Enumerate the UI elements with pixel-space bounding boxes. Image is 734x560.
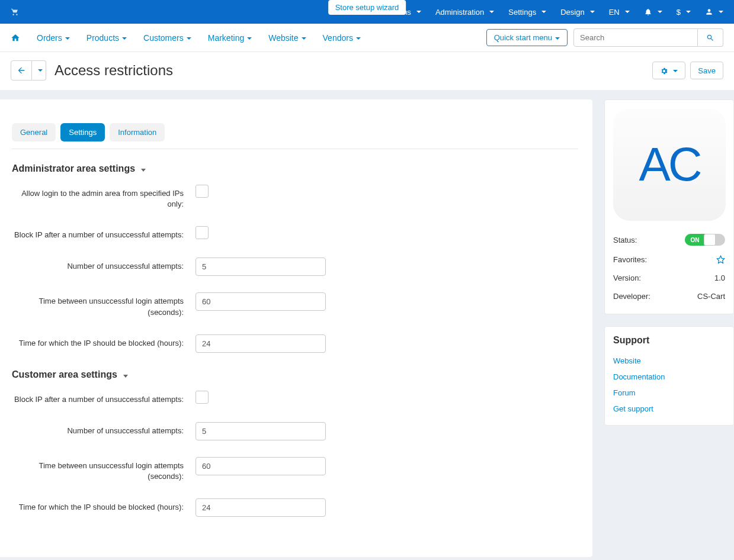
field-admin-attempts: Number of unsuccessful attempts: [12, 258, 578, 276]
currency-switch[interactable]: $ [677, 8, 691, 17]
field-admin-block-hours: Time for which the IP should be blocked … [12, 334, 578, 353]
nav-left: Orders Products Customers Marketing Webs… [11, 33, 361, 43]
field-admin-block-ip: Block IP after a number of unsuccessful … [12, 226, 578, 241]
support-card: Support Website Documentation Forum Get … [604, 326, 734, 426]
tab-general[interactable]: General [12, 123, 56, 141]
main-panel: General Settings Information Administrat… [0, 99, 592, 557]
support-link-website[interactable]: Website [613, 353, 725, 369]
nav-vendors[interactable]: Vendors [323, 33, 361, 43]
label-admin-attempts: Number of unsuccessful attempts: [12, 258, 195, 276]
notifications-icon[interactable] [644, 8, 662, 16]
field-cust-attempts: Number of unsuccessful attempts: [12, 422, 578, 440]
field-cust-time-between: Time between unsuccessful login attempts… [12, 457, 578, 482]
home-icon[interactable] [11, 33, 20, 43]
topbar: Store setup wizard Add-ons Administratio… [0, 0, 734, 24]
search-input[interactable] [573, 28, 698, 47]
label-cust-block-hours: Time for which the IP should be blocked … [12, 498, 195, 517]
support-link-docs[interactable]: Documentation [613, 369, 725, 385]
menu-administration[interactable]: Administration [435, 8, 494, 17]
star-icon[interactable] [716, 255, 725, 264]
nav-products[interactable]: Products [86, 33, 127, 43]
checkbox-cust-block-ip[interactable] [195, 391, 209, 404]
checkbox-allow-login[interactable] [195, 185, 209, 198]
version-row: Version: 1.0 [613, 269, 725, 287]
body: General Settings Information Administrat… [0, 90, 734, 560]
navbar: Orders Products Customers Marketing Webs… [0, 24, 734, 52]
back-button[interactable] [11, 60, 32, 81]
admin-section-header[interactable]: Administrator area settings [12, 163, 578, 174]
input-admin-block-hours[interactable] [195, 334, 326, 353]
label-admin-block-hours: Time for which the IP should be blocked … [12, 334, 195, 353]
label-admin-time-between: Time between unsuccessful login attempts… [12, 292, 195, 317]
favorites-label: Favorites: [613, 255, 647, 264]
tab-information[interactable]: Information [110, 123, 165, 141]
back-group [11, 60, 46, 81]
field-cust-block-hours: Time for which the IP should be blocked … [12, 498, 578, 517]
search-wrap [573, 28, 723, 47]
support-link-forum[interactable]: Forum [613, 385, 725, 401]
field-allow-login: Allow login to the admin area from speci… [12, 185, 578, 210]
status-label: Status: [613, 236, 637, 244]
quick-start-button[interactable]: Quick start menu [486, 29, 568, 46]
field-admin-time-between: Time between unsuccessful login attempts… [12, 292, 578, 317]
toggle-on-label: ON [685, 234, 705, 246]
cart-icon[interactable] [11, 8, 20, 16]
developer-value: CS-Cart [697, 292, 725, 301]
developer-label: Developer: [613, 292, 650, 301]
input-cust-time-between[interactable] [195, 457, 326, 475]
favorites-row: Favorites: [613, 250, 725, 269]
version-label: Version: [613, 273, 641, 282]
support-title: Support [613, 335, 725, 346]
sidebar: AC Status: ON Favorites: Version: 1.0 De… [604, 99, 734, 426]
lang-switch[interactable]: EN [609, 8, 630, 17]
status-toggle[interactable]: ON [685, 234, 725, 246]
support-link-get-support[interactable]: Get support [613, 401, 725, 417]
nav-right: Quick start menu [486, 28, 723, 47]
field-cust-block-ip: Block IP after a number of unsuccessful … [12, 391, 578, 405]
menu-design[interactable]: Design [560, 8, 594, 17]
page-title: Access restrictions [55, 62, 173, 79]
user-icon[interactable] [705, 8, 723, 16]
addon-card: AC Status: ON Favorites: Version: 1.0 De… [604, 99, 734, 314]
admin-section-title: Administrator area settings [12, 163, 135, 174]
toggle-knob [704, 234, 716, 246]
divider [12, 149, 578, 149]
nav-customers[interactable]: Customers [143, 33, 191, 43]
tab-settings[interactable]: Settings [60, 123, 105, 141]
developer-row: Developer: CS-Cart [613, 287, 725, 305]
label-cust-time-between: Time between unsuccessful login attempts… [12, 457, 195, 482]
topbar-right: Add-ons Administration Settings Design E… [382, 8, 723, 17]
nav-orders[interactable]: Orders [37, 33, 70, 43]
cust-section-header[interactable]: Customer area settings [12, 369, 578, 380]
version-value: 1.0 [714, 273, 725, 282]
status-row: Status: ON [613, 229, 725, 250]
title-actions: Save [652, 62, 723, 79]
cust-section-title: Customer area settings [12, 369, 117, 380]
menu-settings[interactable]: Settings [508, 8, 546, 17]
checkbox-admin-block-ip[interactable] [195, 226, 209, 239]
store-setup-wizard-button[interactable]: Store setup wizard [328, 0, 406, 15]
chevron-down-icon [123, 369, 128, 380]
nav-marketing[interactable]: Marketing [208, 33, 252, 43]
label-cust-attempts: Number of unsuccessful attempts: [12, 422, 195, 440]
label-admin-block-ip: Block IP after a number of unsuccessful … [12, 226, 195, 241]
search-button[interactable] [698, 28, 723, 47]
addon-icon: AC [613, 108, 726, 221]
input-admin-time-between[interactable] [195, 292, 326, 311]
save-button[interactable]: Save [690, 62, 723, 79]
input-cust-attempts[interactable] [195, 422, 326, 440]
input-cust-block-hours[interactable] [195, 498, 326, 517]
nav-website[interactable]: Website [268, 33, 306, 43]
tabs: General Settings Information [12, 123, 578, 141]
label-allow-login: Allow login to the admin area from speci… [12, 185, 195, 210]
label-cust-block-ip: Block IP after a number of unsuccessful … [12, 391, 195, 405]
input-admin-attempts[interactable] [195, 258, 326, 276]
back-dropdown[interactable] [32, 60, 46, 81]
titlebar: Access restrictions Save [0, 52, 734, 90]
chevron-down-icon [141, 163, 146, 174]
gear-button[interactable] [652, 62, 686, 79]
